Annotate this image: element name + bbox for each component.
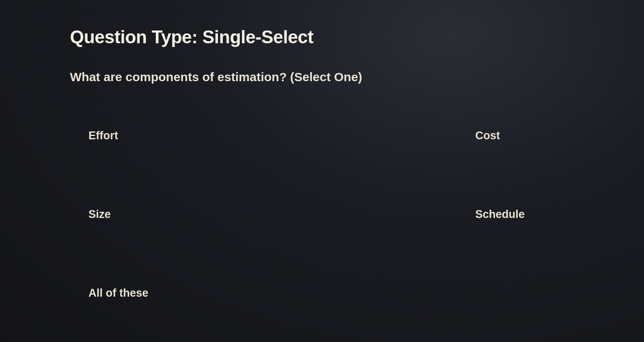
question-type-label: Question Type: bbox=[70, 27, 202, 47]
option-cost[interactable]: Cost bbox=[475, 129, 574, 142]
question-text: What are components of estimation? (Sele… bbox=[70, 70, 574, 84]
option-schedule[interactable]: Schedule bbox=[475, 208, 574, 221]
option-effort[interactable]: Effort bbox=[88, 129, 187, 142]
question-type-value: Single-Select bbox=[202, 27, 314, 47]
question-type-header: Question Type: Single-Select bbox=[70, 27, 574, 47]
option-size[interactable]: Size bbox=[88, 208, 187, 221]
quiz-container: Question Type: Single-Select What are co… bbox=[0, 0, 644, 300]
options-grid: Effort Cost Size Schedule All of these bbox=[70, 129, 574, 300]
option-all-of-these[interactable]: All of these bbox=[88, 287, 187, 300]
